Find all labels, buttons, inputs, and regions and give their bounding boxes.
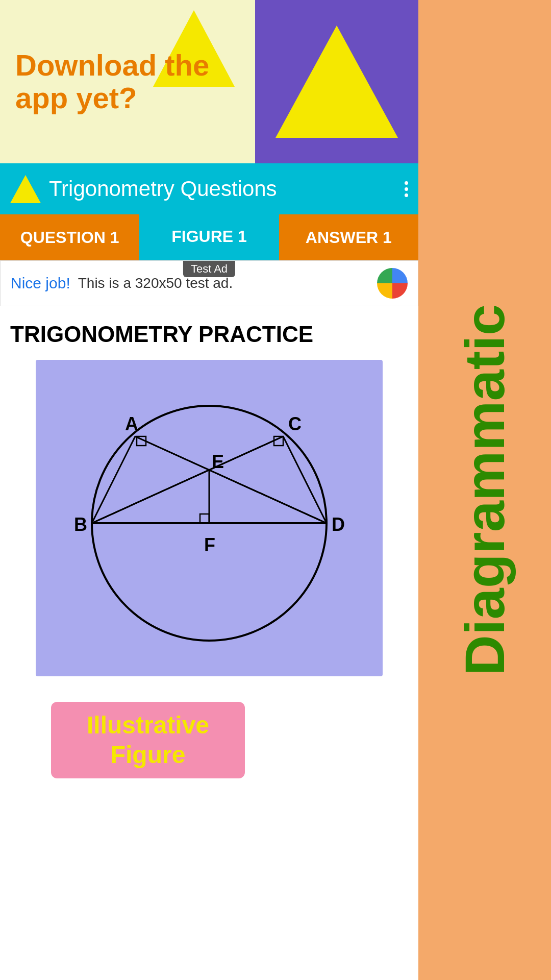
svg-line-7: [135, 436, 327, 523]
tab-bar: QUESTION 1 FIGURE 1 ANSWER 1: [0, 214, 418, 260]
app-header: Trigonometry Questions: [0, 163, 418, 214]
header-triangle-icon: [10, 175, 41, 203]
svg-line-5: [283, 436, 327, 523]
ad-big-triangle-icon: [276, 26, 398, 138]
trigonometry-diagram: A C E B D F: [46, 370, 372, 666]
right-sidebar: Diagrammatic: [418, 0, 551, 980]
sidebar-label: Diagrammatic: [457, 304, 513, 676]
label-A: A: [125, 413, 138, 434]
illus-btn-label: IllustrativeFigure: [87, 710, 209, 769]
app-title: Trigonometry Questions: [49, 177, 396, 201]
label-C: C: [288, 413, 302, 434]
tab-question[interactable]: QUESTION 1: [0, 214, 139, 260]
main-content: TRIGONOMETRY PRACTICE: [0, 306, 418, 794]
svg-rect-11: [200, 514, 209, 523]
ad-description: This is a 320x50 test ad.: [78, 275, 369, 291]
tab-answer[interactable]: ANSWER 1: [279, 214, 418, 260]
test-ad-label: Test Ad: [183, 261, 235, 277]
svg-line-6: [92, 436, 283, 523]
ad-text: Download the app yet?: [15, 49, 240, 114]
label-E: E: [212, 451, 224, 472]
menu-button[interactable]: [405, 181, 408, 197]
ad-right-panel: [255, 0, 418, 163]
label-F: F: [204, 534, 215, 555]
diagram-container: A C E B D F: [36, 360, 383, 676]
label-D: D: [332, 514, 345, 535]
left-content: Download the app yet? Trigonometry Quest…: [0, 0, 418, 980]
illustrative-figure-button[interactable]: IllustrativeFigure: [51, 702, 245, 778]
bottom-spacer: [0, 794, 418, 980]
ad-logo-icon: [377, 268, 408, 299]
nice-job-text: Nice job!: [11, 275, 70, 292]
section-title: TRIGONOMETRY PRACTICE: [10, 322, 408, 347]
ad-left-panel: Download the app yet?: [0, 0, 255, 163]
svg-line-2: [92, 436, 135, 523]
menu-dot-2: [405, 187, 408, 191]
tab-figure[interactable]: FIGURE 1: [139, 214, 279, 260]
test-ad-bar: Test Ad Nice job! This is a 320x50 test …: [0, 260, 418, 306]
label-B: B: [74, 514, 87, 535]
menu-dot-3: [405, 193, 408, 197]
ad-banner[interactable]: Download the app yet?: [0, 0, 418, 163]
menu-dot-1: [405, 181, 408, 185]
